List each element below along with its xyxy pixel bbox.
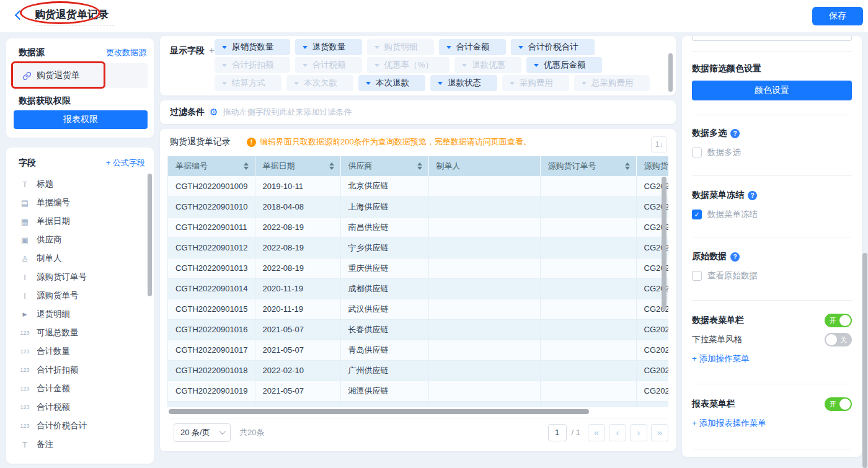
prev-page-button[interactable]: ‹ [609, 424, 626, 441]
checkbox-unchecked-icon[interactable] [692, 271, 702, 281]
table-row[interactable] [168, 401, 668, 407]
add-formula-field-link[interactable]: + 公式字段 [106, 157, 145, 169]
field-item[interactable]: 123合计金额 [19, 379, 144, 398]
cell-order-number: CGTH20220901010 [168, 196, 255, 217]
report-menu-toggle-on[interactable]: 开 [825, 397, 852, 411]
add-display-field-button[interactable]: + [209, 45, 215, 55]
field-item[interactable]: ♙制单人 [19, 249, 144, 268]
chevron-down-icon [222, 64, 227, 67]
column-header[interactable]: 单据编号 [168, 156, 255, 176]
cell-source-purchase-order [540, 299, 636, 319]
display-field-chip[interactable]: 退款优惠 [454, 57, 521, 73]
field-item[interactable]: I源购货订单号 [19, 268, 144, 286]
table-row[interactable]: CGTH20220901009 2019-10-11 北京供应链 CG2022 [168, 176, 668, 196]
display-field-chip[interactable]: 退货数量 [295, 39, 362, 55]
table-row[interactable]: CGTH20220901015 2020-11-19 武汉供应链 CG2022 [168, 299, 668, 319]
table-row[interactable]: CGTH20220901016 2021-05-07 长春供应链 CG2022 [168, 319, 668, 340]
table-row[interactable]: CGTH20220901017 2021-05-07 青岛供应链 CG2022 [168, 340, 668, 360]
back-chevron-icon[interactable] [15, 11, 25, 20]
table-row[interactable]: CGTH20220901011 2022-08-19 南昌供应链 CG2022 [168, 217, 668, 237]
raw-data-checkbox-row[interactable]: 查看原始数据 [682, 270, 862, 281]
checkbox-unchecked-icon[interactable] [692, 148, 702, 157]
last-page-button[interactable]: » [651, 424, 668, 441]
table-row[interactable]: CGTH20220901013 2022-08-19 重庆供应链 CG2022 [168, 258, 668, 278]
display-field-chip[interactable]: 退款状态 [430, 75, 497, 91]
checkbox-checked-icon[interactable]: ✓ [692, 210, 702, 219]
table-menu-toggle-on[interactable]: 开 [825, 314, 852, 327]
cell-order-date: 2022-08-19 [255, 237, 340, 258]
table-row[interactable]: CGTH20220901010 2018-04-08 上海供应链 CG2022 [168, 196, 668, 217]
add-report-action-menu-link[interactable]: + 添加报表操作菜单 [682, 418, 862, 429]
table-row[interactable]: CGTH20220901012 2022-08-19 宁乡供应链 CG2022 [168, 237, 668, 258]
display-field-chip[interactable]: 购货明细 [367, 39, 434, 55]
chevron-down-icon [374, 64, 379, 67]
field-item[interactable]: ▣供应商 [19, 231, 144, 249]
field-item[interactable]: ▦单据日期 [19, 212, 144, 231]
current-page-input[interactable]: 1 [548, 424, 567, 441]
display-field-chip[interactable]: 本次退款 [358, 75, 425, 91]
fields-scrollbar[interactable] [148, 174, 152, 296]
gear-icon[interactable]: ⚙ [210, 107, 218, 118]
filter-panel[interactable]: 过滤条件 ⚙ 拖动左侧字段到此处来添加过滤条件 [160, 100, 676, 124]
change-datasource-link[interactable]: 更改数据源 [106, 47, 146, 58]
help-icon[interactable]: ? [730, 252, 740, 262]
page-size-select[interactable]: 20 条/页 [174, 423, 231, 442]
column-header[interactable]: 单据日期 [255, 156, 340, 176]
display-field-chip[interactable]: 结算方式 [215, 75, 281, 91]
table-horizontal-scrollbar[interactable] [169, 409, 589, 414]
cell-order-date: 2019-10-11 [255, 176, 340, 196]
table-row[interactable]: CGTH20220901014 2020-11-19 成都供应链 CG2022 [168, 278, 668, 299]
expand-arrow-icon[interactable]: ▶ [19, 311, 31, 317]
next-page-button[interactable]: › [630, 424, 647, 441]
help-icon[interactable]: ? [730, 129, 740, 138]
field-item[interactable]: T备注 [19, 435, 144, 454]
display-field-chip[interactable]: 原销货数量 [215, 39, 290, 55]
column-header[interactable]: 源购货单号 [636, 156, 668, 176]
display-field-chip[interactable]: 合计价税合计 [511, 39, 595, 55]
multiselect-checkbox-label: 数据多选 [707, 147, 741, 158]
field-item[interactable]: 123可退总数量 [19, 324, 144, 342]
column-header[interactable]: 供应商 [340, 156, 428, 176]
warning-icon: ! [247, 138, 256, 147]
report-permission-button[interactable]: 报表权限 [14, 110, 148, 129]
sort-arrows-icon[interactable] [625, 162, 630, 170]
field-item[interactable]: 123合计折扣额 [19, 361, 144, 379]
display-field-chip[interactable]: 合计税额 [295, 57, 362, 73]
menu-freeze-checkbox-row[interactable]: ✓ 数据菜单冻结 [682, 209, 862, 220]
display-field-chip[interactable]: 优惠率（%） [367, 57, 450, 73]
field-item[interactable]: T标题 [19, 175, 144, 193]
column-header[interactable]: 源购货订单号 [540, 156, 636, 176]
display-field-chip[interactable]: 合计金额 [439, 39, 506, 55]
sort-arrows-icon[interactable] [244, 162, 249, 170]
display-field-chip[interactable]: 合计折扣额 [215, 57, 290, 73]
field-item[interactable]: I源购货单号 [19, 286, 144, 305]
display-field-chip[interactable]: 本次欠款 [286, 75, 353, 91]
display-field-chip[interactable]: 总采购费用 [574, 75, 650, 91]
table-row[interactable]: CGTH20220901018 2022-02-10 广州供应链 CG2022 [168, 360, 668, 381]
sort-order-button[interactable]: 1↓ [651, 136, 667, 152]
field-item[interactable]: ▤单据编号 [19, 193, 144, 212]
window-scrollbar[interactable] [862, 253, 867, 468]
color-settings-button[interactable]: 颜色设置 [692, 81, 852, 100]
display-field-chip[interactable]: 采购费用 [502, 75, 569, 91]
datasource-item[interactable]: 购货退货单 [14, 63, 148, 88]
table-row[interactable]: CGTH20220901019 2021-05-07 湘潭供应链 CG2022 [168, 381, 668, 401]
first-page-button[interactable]: « [588, 424, 605, 441]
chips-scrollbar[interactable] [668, 53, 673, 92]
field-item[interactable]: 123合计价税合计 [19, 417, 144, 435]
display-field-chip[interactable]: 优惠后金额 [526, 57, 602, 73]
add-action-menu-link[interactable]: + 添加操作菜单 [682, 353, 862, 364]
sort-arrows-icon[interactable] [417, 162, 422, 170]
cell-order-date: 2020-11-19 [255, 278, 340, 299]
save-button[interactable]: 保存 [812, 7, 863, 25]
dropdown-style-toggle-off[interactable]: 关 [825, 333, 852, 347]
field-item[interactable]: 123合计税额 [19, 398, 144, 417]
help-icon[interactable]: ? [748, 191, 757, 200]
table-vertical-scrollbar[interactable] [662, 177, 666, 310]
multiselect-checkbox-row[interactable]: 数据多选 [682, 147, 862, 158]
column-header[interactable]: 制单人 [428, 156, 540, 176]
field-item-expandable[interactable]: ▶退货明细 [19, 305, 144, 324]
sort-arrows-icon[interactable] [329, 162, 334, 170]
field-item[interactable]: 123合计数量 [19, 342, 144, 361]
cell-creator [428, 319, 540, 340]
